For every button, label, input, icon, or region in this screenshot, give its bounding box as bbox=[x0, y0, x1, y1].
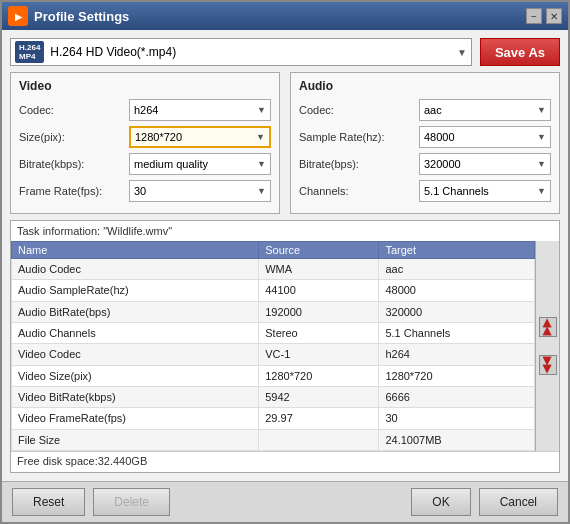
video-bitrate-select[interactable]: medium quality ▼ bbox=[129, 153, 271, 175]
delete-button[interactable]: Delete bbox=[93, 488, 170, 516]
video-bitrate-value: medium quality bbox=[134, 158, 208, 170]
table-row: Video BitRate(kbps)59426666 bbox=[12, 386, 535, 407]
video-size-select[interactable]: 1280*720 ▼ bbox=[129, 126, 271, 148]
save-as-button[interactable]: Save As bbox=[480, 38, 560, 66]
table-cell: Video BitRate(kbps) bbox=[12, 386, 259, 407]
task-table-wrapper: Name Source Target Audio CodecWMAaacAudi… bbox=[11, 241, 559, 451]
table-cell: Audio Codec bbox=[12, 259, 259, 280]
bottom-bar: Reset Delete OK Cancel bbox=[2, 481, 568, 522]
table-cell: 1280*720 bbox=[379, 365, 535, 386]
profile-row: H.264MP4 H.264 HD Video(*.mp4) ▼ Save As bbox=[10, 38, 560, 66]
video-size-field: 1280*720 ▼ bbox=[129, 126, 271, 148]
table-scrollbar[interactable]: ◀◀ ▶▶ bbox=[535, 241, 559, 451]
table-cell: Audio SampleRate(hz) bbox=[12, 280, 259, 301]
table-cell: WMA bbox=[259, 259, 379, 280]
table-cell: 24.1007MB bbox=[379, 429, 535, 450]
audio-channels-select[interactable]: 5.1 Channels ▼ bbox=[419, 180, 551, 202]
settings-panels: Video Codec: h264 ▼ Size(pix): 1280*720 bbox=[10, 72, 560, 214]
audio-bitrate-field: 320000 ▼ bbox=[419, 153, 551, 175]
audio-codec-value: aac bbox=[424, 104, 442, 116]
table-row: Video Size(pix)1280*7201280*720 bbox=[12, 365, 535, 386]
table-cell: 30 bbox=[379, 408, 535, 429]
reset-button[interactable]: Reset bbox=[12, 488, 85, 516]
video-bitrate-field: medium quality ▼ bbox=[129, 153, 271, 175]
window-title: Profile Settings bbox=[34, 9, 526, 24]
table-cell: Stereo bbox=[259, 322, 379, 343]
table-cell: 6666 bbox=[379, 386, 535, 407]
video-codec-label: Codec: bbox=[19, 104, 129, 116]
video-panel-title: Video bbox=[19, 79, 271, 93]
video-size-row: Size(pix): 1280*720 ▼ bbox=[19, 126, 271, 148]
audio-channels-arrow: ▼ bbox=[537, 186, 546, 196]
table-cell: File Size bbox=[12, 429, 259, 450]
table-cell: 44100 bbox=[259, 280, 379, 301]
audio-channels-row: Channels: 5.1 Channels ▼ bbox=[299, 180, 551, 202]
audio-bitrate-select[interactable]: 320000 ▼ bbox=[419, 153, 551, 175]
table-cell: Video Codec bbox=[12, 344, 259, 365]
table-cell: h264 bbox=[379, 344, 535, 365]
video-bitrate-arrow: ▼ bbox=[257, 159, 266, 169]
table-cell: 48000 bbox=[379, 280, 535, 301]
table-cell: aac bbox=[379, 259, 535, 280]
video-framerate-arrow: ▼ bbox=[257, 186, 266, 196]
video-size-arrow: ▼ bbox=[256, 132, 265, 142]
audio-samplerate-select[interactable]: 48000 ▼ bbox=[419, 126, 551, 148]
table-cell: 5942 bbox=[259, 386, 379, 407]
task-info-panel: Task information: "Wildlife.wmv" Name So… bbox=[10, 220, 560, 473]
profile-select[interactable]: H.264MP4 H.264 HD Video(*.mp4) ▼ bbox=[10, 38, 472, 66]
col-header-name: Name bbox=[12, 242, 259, 259]
profile-value: H.264 HD Video(*.mp4) bbox=[50, 45, 457, 59]
table-row: Audio CodecWMAaac bbox=[12, 259, 535, 280]
cancel-button[interactable]: Cancel bbox=[479, 488, 558, 516]
audio-codec-label: Codec: bbox=[299, 104, 419, 116]
video-size-label: Size(pix): bbox=[19, 131, 129, 143]
audio-bitrate-value: 320000 bbox=[424, 158, 461, 170]
audio-channels-label: Channels: bbox=[299, 185, 419, 197]
video-codec-select[interactable]: h264 ▼ bbox=[129, 99, 271, 121]
audio-codec-select[interactable]: aac ▼ bbox=[419, 99, 551, 121]
video-framerate-field: 30 ▼ bbox=[129, 180, 271, 202]
ok-button[interactable]: OK bbox=[411, 488, 470, 516]
table-cell: Video FrameRate(fps) bbox=[12, 408, 259, 429]
video-framerate-value: 30 bbox=[134, 185, 146, 197]
disk-space-info: Free disk space:32.440GB bbox=[11, 451, 559, 470]
title-bar: ▶ Profile Settings − ✕ bbox=[2, 2, 568, 30]
audio-panel-title: Audio bbox=[299, 79, 551, 93]
audio-channels-value: 5.1 Channels bbox=[424, 185, 489, 197]
table-cell: 320000 bbox=[379, 301, 535, 322]
col-header-source: Source bbox=[259, 242, 379, 259]
video-codec-value: h264 bbox=[134, 104, 158, 116]
audio-codec-arrow: ▼ bbox=[537, 105, 546, 115]
audio-channels-field: 5.1 Channels ▼ bbox=[419, 180, 551, 202]
table-row: Video CodecVC-1h264 bbox=[12, 344, 535, 365]
audio-codec-row: Codec: aac ▼ bbox=[299, 99, 551, 121]
video-codec-arrow: ▼ bbox=[257, 105, 266, 115]
close-button[interactable]: ✕ bbox=[546, 8, 562, 24]
table-cell: 192000 bbox=[259, 301, 379, 322]
audio-samplerate-arrow: ▼ bbox=[537, 132, 546, 142]
audio-codec-field: aac ▼ bbox=[419, 99, 551, 121]
scroll-up-button[interactable]: ◀◀ bbox=[539, 317, 557, 337]
video-framerate-row: Frame Rate(fps): 30 ▼ bbox=[19, 180, 271, 202]
profile-dropdown-arrow: ▼ bbox=[457, 47, 467, 58]
table-cell: Video Size(pix) bbox=[12, 365, 259, 386]
video-size-value: 1280*720 bbox=[135, 131, 182, 143]
profile-format-icon: H.264MP4 bbox=[15, 41, 44, 63]
table-cell: VC-1 bbox=[259, 344, 379, 365]
table-cell bbox=[259, 429, 379, 450]
task-info-title: Task information: "Wildlife.wmv" bbox=[11, 221, 559, 241]
table-row: Audio SampleRate(hz)4410048000 bbox=[12, 280, 535, 301]
video-framerate-select[interactable]: 30 ▼ bbox=[129, 180, 271, 202]
video-bitrate-row: Bitrate(kbps): medium quality ▼ bbox=[19, 153, 271, 175]
table-row: Audio BitRate(bps)192000320000 bbox=[12, 301, 535, 322]
table-cell: 1280*720 bbox=[259, 365, 379, 386]
window-controls: − ✕ bbox=[526, 8, 562, 24]
minimize-button[interactable]: − bbox=[526, 8, 542, 24]
audio-samplerate-field: 48000 ▼ bbox=[419, 126, 551, 148]
video-codec-field: h264 ▼ bbox=[129, 99, 271, 121]
app-icon: ▶ bbox=[8, 6, 28, 26]
scroll-down-button[interactable]: ▶▶ bbox=[539, 355, 557, 375]
task-info-table: Name Source Target Audio CodecWMAaacAudi… bbox=[11, 241, 535, 451]
profile-settings-window: ▶ Profile Settings − ✕ H.264MP4 H.264 HD… bbox=[0, 0, 570, 524]
audio-samplerate-label: Sample Rate(hz): bbox=[299, 131, 419, 143]
